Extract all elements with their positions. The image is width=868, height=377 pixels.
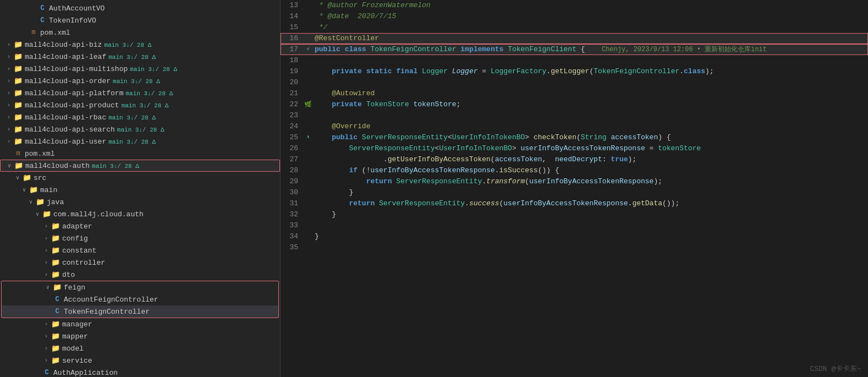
folder-icon-api-rbac: 📁 xyxy=(13,113,23,122)
tree-item-tokenfeigncontroller[interactable]: C TokenFeignController xyxy=(2,305,278,318)
tree-item-main[interactable]: ∨ 📁 main xyxy=(0,184,280,196)
code-line-15: */ xyxy=(315,22,868,33)
line-number: 15 xyxy=(281,22,304,33)
arrow-api-leaf: › xyxy=(4,54,13,60)
arrow-package: ∨ xyxy=(33,211,42,217)
gutter-27 xyxy=(304,154,312,165)
tree-item-pom1[interactable]: m pom.xml xyxy=(0,26,280,39)
class-icon-accountfeigncontroller: C xyxy=(52,296,62,303)
tree-label-controller: controller xyxy=(62,259,278,267)
tree-item-model[interactable]: › 📁 model xyxy=(0,342,280,354)
tree-item-feign[interactable]: ∨ 📁 feign xyxy=(2,281,278,293)
code-line-24: @Override xyxy=(315,121,868,132)
code-row-23: 23 xyxy=(281,110,868,121)
tree-label-dto: dto xyxy=(62,271,278,279)
folder-icon-model: 📁 xyxy=(51,344,61,353)
tree-item-constant[interactable]: › 📁 constant xyxy=(0,244,280,256)
arrow-controller: › xyxy=(42,260,51,266)
folder-icon-src: 📁 xyxy=(22,173,32,182)
code-line-21: @Autowired xyxy=(315,88,868,99)
arrow-config: › xyxy=(42,236,51,242)
tree-item-src[interactable]: ∨ 📁 src xyxy=(0,172,280,184)
tree-item-api-rbac[interactable]: › 📁 mall4cloud-api-rbacmain 3↓/ 28 Δ xyxy=(0,111,280,123)
tree-item-adapter[interactable]: › 📁 adapter xyxy=(0,220,280,232)
tree-item-api-platform[interactable]: › 📁 mall4cloud-api-platformmain 3↓/ 28 Δ xyxy=(0,87,280,99)
folder-icon-api-user: 📁 xyxy=(13,137,23,146)
tree-item-api-multishop[interactable]: › 📁 mall4cloud-api-multishopmain 3↓/ 28 … xyxy=(0,63,280,75)
arrow-api-user: › xyxy=(4,139,13,145)
tree-item-config[interactable]: › 📁 config xyxy=(0,232,280,244)
code-row-19: 19 private static final Logger Logger = … xyxy=(281,66,868,77)
tree-item-api-product[interactable]: › 📁 mall4cloud-api-productmain 3↓/ 28 Δ xyxy=(0,99,280,111)
line-number: 13 xyxy=(281,0,304,11)
tree-label-pom2: pom.xml xyxy=(25,150,278,158)
tree-label-api-biz: mall4cloud-api-bizmain 3↓/ 28 Δ xyxy=(25,41,278,49)
tree-item-authaccountvo[interactable]: C AuthAccountVO xyxy=(0,2,280,14)
code-line-32: } xyxy=(315,209,868,220)
code-row-14: 14 * @date 2020/7/15 xyxy=(281,11,868,22)
tree-item-mapper[interactable]: › 📁 mapper xyxy=(0,330,280,342)
tree-item-manager[interactable]: › 📁 manager xyxy=(0,318,280,330)
tree-item-mall4cloud-auth[interactable]: ∨ 📁 mall4cloud-authmain 3↓/ 28 Δ xyxy=(0,160,280,172)
tree-item-package[interactable]: ∨ 📁 com.mall4j.cloud.auth xyxy=(0,208,280,220)
folder-icon-api-biz: 📁 xyxy=(13,40,23,49)
arrow-dto: › xyxy=(42,272,51,278)
gutter-26 xyxy=(304,143,312,154)
gutter-20 xyxy=(304,77,312,88)
tree-label-package: com.mall4j.cloud.auth xyxy=(53,210,278,218)
arrow-api-multishop: › xyxy=(4,66,13,72)
folder-icon-mapper: 📁 xyxy=(51,332,61,341)
code-line-14: * @date 2020/7/15 xyxy=(315,11,868,22)
gutter-23 xyxy=(304,110,312,121)
gutter-34 xyxy=(304,231,312,242)
arrow-api-search: › xyxy=(4,127,13,133)
arrow-constant: › xyxy=(42,248,51,254)
line-number: 22 xyxy=(281,99,304,110)
gutter-25: ⬆ xyxy=(304,132,312,143)
code-line-16: @RestController xyxy=(315,33,868,44)
line-number: 25 xyxy=(281,132,304,143)
folder-icon-manager: 📁 xyxy=(51,320,61,329)
gutter-17: ⚡ xyxy=(304,44,312,55)
line-number: 14 xyxy=(281,11,304,22)
arrow-feign: ∨ xyxy=(43,284,52,291)
folder-icon-api-search: 📁 xyxy=(13,125,23,134)
line-number: 27 xyxy=(281,154,304,165)
code-row-21: 21 @Autowired xyxy=(281,88,868,99)
folder-icon-api-order: 📁 xyxy=(13,77,23,85)
tree-item-api-order[interactable]: › 📁 mall4cloud-api-ordermain 3↓/ 28 Δ xyxy=(0,75,280,87)
line-number: 33 xyxy=(281,220,304,231)
tree-label-api-leaf: mall4cloud-api-leafmain 3↓/ 28 Δ xyxy=(25,53,278,61)
folder-icon-config: 📁 xyxy=(51,234,61,243)
tree-item-tokeninfovo[interactable]: C TokenInfoVO xyxy=(0,14,280,26)
class-icon-tokenfeigncontroller: C xyxy=(52,308,62,315)
gutter-33 xyxy=(304,220,312,231)
tree-item-api-search[interactable]: › 📁 mall4cloud-api-searchmain 3↓/ 28 Δ xyxy=(0,123,280,135)
tree-item-api-biz[interactable]: › 📁 mall4cloud-api-bizmain 3↓/ 28 Δ xyxy=(0,39,280,51)
code-row-15: 15 */ xyxy=(281,22,868,33)
folder-icon-service: 📁 xyxy=(51,356,61,365)
watermark: CSDN @卡卡东~ xyxy=(810,364,861,374)
tree-item-service[interactable]: › 📁 service xyxy=(0,354,280,367)
tree-label-tokenfeigncontroller: TokenFeignController xyxy=(64,308,276,316)
tree-item-pom2[interactable]: m pom.xml xyxy=(0,147,280,160)
tree-label-constant: constant xyxy=(62,247,278,255)
arrow-mapper: › xyxy=(42,334,51,340)
tree-item-api-leaf[interactable]: › 📁 mall4cloud-api-leafmain 3↓/ 28 Δ xyxy=(0,51,280,63)
tree-item-controller[interactable]: › 📁 controller xyxy=(0,256,280,269)
tree-label-api-product: mall4cloud-api-productmain 3↓/ 28 Δ xyxy=(25,101,278,110)
folder-icon-java: 📁 xyxy=(35,198,45,206)
line-number: 29 xyxy=(281,176,304,187)
gutter-15 xyxy=(304,22,312,33)
tree-label-config: config xyxy=(62,234,278,243)
tree-item-authapplication[interactable]: C AuthApplication xyxy=(0,367,280,377)
tree-item-java[interactable]: ∨ 📁 java xyxy=(0,196,280,208)
gutter-16 xyxy=(304,33,312,44)
folder-icon-dto: 📁 xyxy=(51,270,61,279)
folder-icon-feign: 📁 xyxy=(52,283,62,292)
file-tree[interactable]: C AuthAccountVO C TokenInfoVO m pom.xml … xyxy=(0,0,281,377)
tree-item-api-user[interactable]: › 📁 mall4cloud-api-usermain 3↓/ 28 Δ xyxy=(0,135,280,147)
tree-item-accountfeigncontroller[interactable]: C AccountFeignController xyxy=(2,293,278,305)
code-row-16: 16 @RestController xyxy=(281,33,868,44)
tree-item-dto[interactable]: › 📁 dto xyxy=(0,269,280,281)
